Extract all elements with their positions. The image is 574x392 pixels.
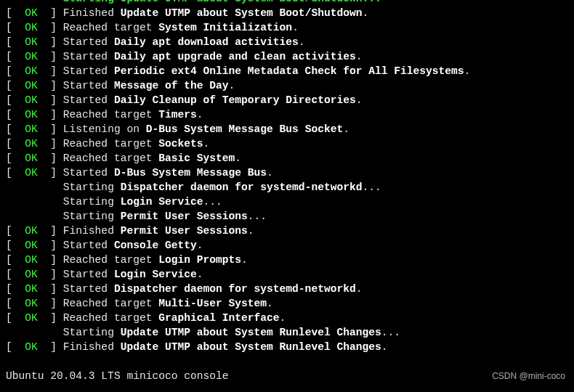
boot-verb: Reached target xyxy=(63,109,158,121)
boot-line: [ OK ] Started Login Service. xyxy=(6,267,568,282)
boot-unit: D-Bus System Message Bus xyxy=(114,167,267,179)
boot-suffix: ... xyxy=(203,196,222,208)
boot-unit: Login Service xyxy=(121,196,203,208)
boot-unit: System Initialization xyxy=(158,22,292,33)
status-bracket-close: ] xyxy=(38,109,63,121)
terminal-output: Starting Update UTMP about System Boot/S… xyxy=(6,0,568,383)
boot-line: [ OK ] Reached target Login Prompts. xyxy=(6,253,568,267)
status-ok: OK xyxy=(25,312,38,324)
boot-verb: Starting xyxy=(63,196,121,208)
status-bracket-open: [ xyxy=(6,65,25,77)
boot-unit: Update UTMP about System Runlevel Change… xyxy=(121,341,381,353)
status-bracket-open: [ xyxy=(6,240,25,251)
boot-line: [ OK ] Reached target Timers. xyxy=(6,107,568,122)
boot-partial-text: Starting Update UTMP about System Boot/S… xyxy=(63,0,381,4)
status-bracket-open: [ xyxy=(6,80,25,91)
boot-suffix: . xyxy=(356,94,363,106)
boot-verb: Starting xyxy=(63,181,121,193)
status-bracket-close: ] xyxy=(38,312,63,324)
status-ok: OK xyxy=(25,109,38,121)
boot-verb: Finished xyxy=(63,7,121,19)
status-ok: OK xyxy=(25,22,38,33)
boot-suffix: . xyxy=(356,51,363,62)
status-bracket-open: [ xyxy=(6,254,25,266)
boot-line: Starting Dispatcher daemon for systemd-n… xyxy=(6,180,568,195)
boot-suffix: . xyxy=(197,109,203,121)
status-bracket-close: ] xyxy=(38,298,63,309)
status-bracket-close: ] xyxy=(38,80,63,91)
boot-line: [ OK ] Finished Permit User Sessions. xyxy=(6,224,568,238)
status-bracket-open: [ xyxy=(6,341,25,353)
boot-verb: Reached target xyxy=(63,22,158,33)
boot-suffix: . xyxy=(292,22,299,33)
status-bracket-close: ] xyxy=(38,51,63,62)
boot-unit: Graphical Interface xyxy=(158,312,279,324)
boot-line: Starting Update UTMP about System Runlev… xyxy=(6,325,568,340)
status-bracket-close: ] xyxy=(38,341,63,353)
boot-unit: Dispatcher daemon for systemd-networkd xyxy=(114,283,356,295)
boot-suffix: . xyxy=(197,269,203,280)
status-bracket-open: [ xyxy=(6,94,25,106)
boot-line: [ OK ] Reached target Sockets. xyxy=(6,136,568,151)
status-bracket-close: ] xyxy=(38,138,63,150)
boot-unit: Sockets xyxy=(158,138,203,150)
boot-unit: Message of the Day xyxy=(114,80,229,91)
status-bracket-close: ] xyxy=(38,7,63,19)
status-bracket-close: ] xyxy=(38,283,63,295)
status-ok: OK xyxy=(25,283,38,295)
boot-suffix: . xyxy=(356,283,363,295)
boot-suffix: . xyxy=(203,138,210,150)
status-bracket-open: [ xyxy=(6,36,25,48)
boot-verb: Started xyxy=(63,51,114,62)
status-ok: OK xyxy=(25,225,38,237)
boot-unit: Console Getty xyxy=(114,240,197,251)
status-bracket-close: ] xyxy=(38,36,63,48)
status-bracket-close: ] xyxy=(38,94,63,106)
status-bracket-open: [ xyxy=(6,152,25,164)
boot-verb: Reached target xyxy=(63,138,158,150)
boot-suffix: ... xyxy=(248,211,267,222)
blank-line xyxy=(6,354,568,369)
status-ok: OK xyxy=(25,7,38,19)
boot-unit: Update UTMP about System Runlevel Change… xyxy=(121,327,381,338)
boot-suffix: . xyxy=(267,167,273,179)
status-bracket-open: [ xyxy=(6,283,25,295)
boot-unit: Daily apt download activities xyxy=(114,36,299,48)
boot-suffix: ... xyxy=(381,327,400,338)
status-ok: OK xyxy=(25,240,38,251)
boot-unit: Basic System xyxy=(158,152,235,164)
boot-line: [ OK ] Listening on D-Bus System Message… xyxy=(6,122,568,136)
status-bracket-close: ] xyxy=(38,225,63,237)
status-bracket-open: [ xyxy=(6,22,25,33)
status-ok: OK xyxy=(25,254,38,266)
boot-unit: Login Prompts xyxy=(158,254,241,266)
boot-verb: Starting xyxy=(63,211,121,222)
boot-line: [ OK ] Finished Update UTMP about System… xyxy=(6,340,568,354)
boot-line: [ OK ] Reached target Multi-User System. xyxy=(6,296,568,311)
boot-suffix: . xyxy=(381,341,388,353)
status-bracket-close: ] xyxy=(38,22,63,33)
status-ok: OK xyxy=(25,269,38,280)
boot-verb: Starting xyxy=(63,327,121,338)
status-ok: OK xyxy=(25,80,38,91)
boot-suffix: . xyxy=(299,36,305,48)
status-ok: OK xyxy=(25,94,38,106)
status-bracket-open: [ xyxy=(6,138,25,150)
status-bracket-close: ] xyxy=(38,254,63,266)
boot-unit: Permit User Sessions xyxy=(121,225,248,237)
boot-suffix: ... xyxy=(362,181,381,193)
login-banner: Ubuntu 20.04.3 LTS minicoco console xyxy=(6,369,568,383)
boot-verb: Started xyxy=(63,283,114,295)
boot-unit: Permit User Sessions xyxy=(121,211,248,222)
boot-line: [ OK ] Started Dispatcher daemon for sys… xyxy=(6,282,568,296)
boot-verb: Reached target xyxy=(63,312,158,324)
boot-line: [ OK ] Reached target System Initializat… xyxy=(6,20,568,35)
boot-suffix: . xyxy=(343,123,349,135)
boot-line: [ OK ] Started Periodic ext4 Online Meta… xyxy=(6,64,568,78)
boot-unit: Daily apt upgrade and clean activities xyxy=(114,51,356,62)
status-bracket-open: [ xyxy=(6,7,25,19)
boot-suffix: . xyxy=(464,65,471,77)
boot-line: [ OK ] Started Daily apt upgrade and cle… xyxy=(6,49,568,64)
boot-line-partial: Starting Update UTMP about System Boot/S… xyxy=(6,0,568,6)
boot-unit: Daily Cleanup of Temporary Directories xyxy=(114,94,356,106)
